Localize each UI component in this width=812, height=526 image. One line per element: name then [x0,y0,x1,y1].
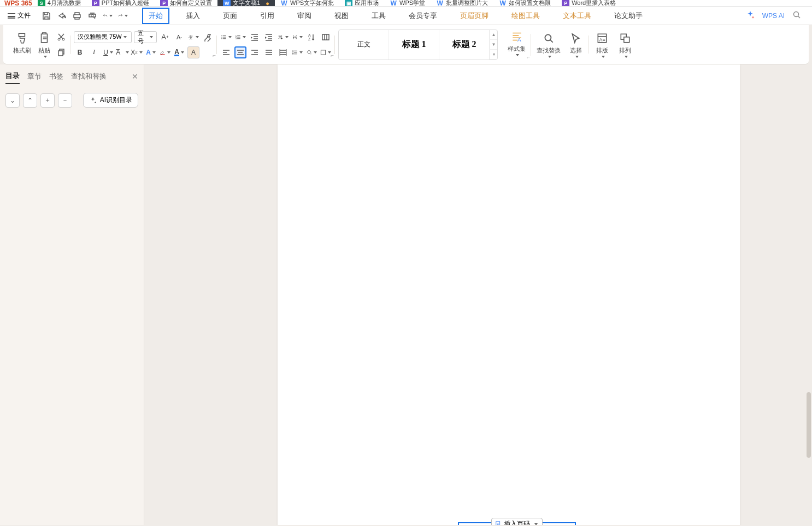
font-color-button[interactable]: A [173,46,185,58]
add-button[interactable]: ＋ [40,93,55,108]
style-heading1[interactable]: 标题 1 [389,30,439,60]
style-heading2[interactable]: 标题 2 [439,30,490,60]
align-left-button[interactable] [220,46,232,58]
ai-toc-button[interactable]: AI识别目录 [83,93,138,108]
show-marks-button[interactable] [320,31,332,43]
font-name-combo[interactable]: 汉仪雅酷黑 75W [74,31,132,43]
style-gallery[interactable]: 正文 标题 1 标题 2 ▲▼▾ [338,29,498,60]
doc-tab[interactable]: PPPT如何插入超链 [86,0,155,6]
char-shading-button[interactable]: A [187,46,199,58]
style-normal[interactable]: 正文 [339,30,389,60]
shrink-font-button[interactable]: A- [173,31,185,43]
collapse-up-button[interactable]: ⌃ [23,93,37,108]
decrease-indent-button[interactable] [249,31,261,43]
svg-text:变: 变 [189,34,193,39]
style-gallery-arrows[interactable]: ▲▼▾ [490,30,497,60]
strikethrough-button[interactable]: A– [116,46,128,58]
grow-font-button[interactable]: A+ [159,31,171,43]
doc-tab[interactable]: ▣应用市场 [339,0,384,6]
tab-text-tools[interactable]: 文本工具 [556,8,598,24]
file-menu[interactable]: 文件 [0,11,38,20]
sidebar-tab-bookmark[interactable]: 书签 [49,69,63,84]
wps-ai-label[interactable]: WPS AI [762,12,785,20]
tab-page[interactable]: 页面 [216,8,244,24]
svg-rect-5 [160,54,164,55]
italic-button[interactable]: I [88,46,100,58]
doc-tab[interactable]: P如何自定义设置 [155,0,217,6]
save-icon[interactable] [42,11,51,21]
tab-tools[interactable]: 工具 [365,8,392,24]
tab-home[interactable]: 开始 [142,8,169,24]
print-icon[interactable] [72,11,82,21]
doc-tab[interactable]: W如何设置文档限 [493,0,556,6]
document-canvas[interactable]: 页脚 ↵ # 插入页码 [144,64,812,525]
doc-tab[interactable]: WWPS文字如何批 [275,0,339,6]
copy-button[interactable] [55,46,67,58]
change-case-button[interactable]: 变 [187,31,199,43]
font-dialog-launcher[interactable]: ⌐ [213,52,216,58]
scrollbar-thumb[interactable] [807,392,811,458]
tab-view[interactable]: 视图 [328,8,355,24]
bold-button[interactable]: B [74,46,86,58]
borders-button[interactable] [320,46,332,58]
layout-button[interactable]: A≡排版 [592,31,612,58]
doc-tab-active[interactable]: W文字文稿1● [217,0,275,6]
font-size-combo[interactable]: 五号 [134,31,157,43]
styleset-button[interactable]: A样式集 [505,29,528,60]
search-icon[interactable] [792,10,801,21]
tab-reference[interactable]: 引用 [254,8,281,24]
select-button[interactable]: 选择 [566,31,586,58]
distributed-button[interactable] [277,46,289,58]
tab-review[interactable]: 审阅 [291,8,318,24]
text-effects-button[interactable]: A [145,46,157,58]
sidebar-tab-findreplace[interactable]: 查找和替换 [71,69,107,84]
cut-button[interactable] [55,31,67,43]
tab-member[interactable]: 会员专享 [402,8,444,24]
sidebar-tab-toc[interactable]: 目录 [5,69,20,84]
expand-down-button[interactable]: ⌄ [5,93,20,108]
increase-indent-button[interactable] [263,31,275,43]
doc-tab[interactable]: W批量调整图片大 [431,0,493,6]
arrange-button[interactable]: 排列 [615,31,635,58]
textbox-selection[interactable]: # 插入页码 工作项目↵ [458,522,576,525]
numbering-button[interactable]: 123 [234,31,246,43]
doc-tab[interactable]: S4月清洗数据 [32,0,86,6]
line-spacing-button[interactable] [291,46,303,58]
align-right-button[interactable] [249,46,261,58]
remove-button[interactable]: － [58,93,72,108]
share-icon[interactable] [57,11,67,21]
print-preview-icon[interactable] [87,11,97,21]
paragraph-dialog-launcher[interactable]: ⌐ [331,52,334,58]
tab-insert[interactable]: 插入 [179,8,207,24]
page[interactable] [278,64,740,525]
shading-button[interactable] [305,46,317,58]
doc-tab[interactable]: WWPS学堂 [384,0,431,6]
format-painter-button[interactable]: 格式刷 [11,31,33,58]
char-spacing-button[interactable] [291,31,303,43]
find-replace-button[interactable]: 查找替换 [534,31,563,58]
redo-button[interactable] [118,11,128,21]
insert-pagenum-pill[interactable]: # 插入页码 [491,518,543,525]
align-justify-button[interactable] [263,46,275,58]
styles-dialog-launcher[interactable]: ⌐ [527,54,530,60]
sort-button[interactable]: AZ [305,31,317,43]
doc-tab[interactable]: PWord里插入表格 [556,0,621,6]
tab-label: 如何自定义设置 [170,0,212,7]
sidebar-tab-chapter[interactable]: 章节 [27,69,42,84]
styleset-label: 样式集 [508,45,526,53]
highlight-button[interactable] [159,46,171,58]
tab-drawing-tools[interactable]: 绘图工具 [505,8,546,24]
tab-paper-helper[interactable]: 论文助手 [608,8,649,24]
paste-button[interactable]: 粘贴 [34,31,54,58]
superscript-button[interactable]: X2 [131,46,143,58]
tab-header-footer[interactable]: 页眉页脚 [454,8,495,24]
sidebar-close-button[interactable]: ✕ [132,72,138,81]
svg-text:3: 3 [236,37,237,40]
align-center-button[interactable] [234,46,246,58]
clear-formatting-button[interactable] [202,31,214,43]
text-direction-button[interactable]: 文 [277,31,289,43]
underline-button[interactable]: U [102,46,114,58]
vertical-scrollbar[interactable] [805,64,812,525]
undo-button[interactable] [103,11,113,21]
bullets-button[interactable] [220,31,232,43]
